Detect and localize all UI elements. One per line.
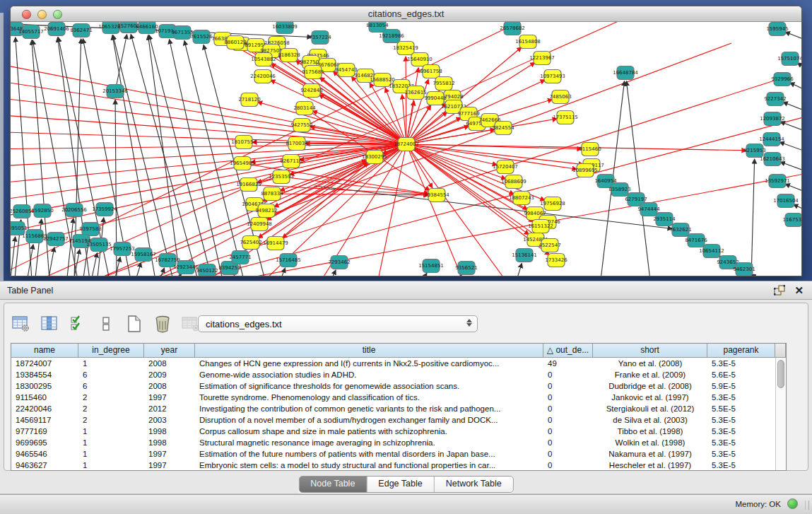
column-header-title[interactable]: title	[195, 344, 543, 358]
column-header-in-degree[interactable]: in_degree	[78, 344, 144, 358]
graph-node[interactable]: 12444154	[759, 133, 784, 146]
table-row[interactable]: 977716911998Corpus callosum shape and si…	[11, 426, 786, 437]
graph-node[interactable]: 16648784	[613, 66, 638, 80]
column-header-short[interactable]: short	[593, 344, 707, 358]
graph-node[interactable]: 8860123	[224, 36, 246, 49]
graph-node[interactable]: 9462301	[733, 263, 755, 276]
table-settings-icon[interactable]	[11, 315, 30, 334]
graph-node[interactable]: 10973493	[540, 70, 565, 83]
graph-node[interactable]: 9175685	[302, 66, 324, 79]
graph-node[interactable]: 9397588	[79, 223, 101, 236]
graph-node[interactable]: 8878334	[261, 187, 283, 201]
table-row[interactable]: 911546021997Tourette syndrome. Phenomeno…	[11, 392, 786, 403]
graph-node[interactable]: 15720407	[493, 160, 518, 174]
tab-network-table[interactable]: Network Table	[435, 477, 513, 492]
graph-node[interactable]: 1167533	[782, 214, 801, 227]
graph-node[interactable]: 8362471	[70, 24, 92, 37]
row-height-icon[interactable]	[96, 315, 115, 334]
graph-node[interactable]: 19756928	[540, 197, 565, 211]
table-row[interactable]: 2242004622012Investigating the contribut…	[11, 403, 786, 414]
graph-node[interactable]: 16154808	[515, 35, 541, 49]
table-row[interactable]: 969969511998Structural magnetic resonanc…	[11, 437, 786, 448]
graph-node[interactable]: 9115460	[579, 143, 601, 156]
cell-short: de Silva et al. (2003)	[593, 414, 707, 426]
graph-node[interactable]: 12353593	[269, 170, 294, 184]
graph-node[interactable]: 8215953	[743, 144, 765, 158]
graph-node[interactable]: 7632621	[669, 223, 691, 237]
graph-node[interactable]: 10688609	[501, 175, 526, 189]
graph-node[interactable]: 9427552	[290, 119, 312, 132]
graph-node[interactable]: 19166825	[236, 178, 261, 192]
column-header-pagerank[interactable]: pagerank	[707, 344, 775, 358]
column-header-out-de[interactable]: △ out_de...	[543, 344, 593, 358]
graph-node[interactable]: 12213967	[529, 52, 555, 65]
table-select[interactable]: citations_edges.txt	[198, 315, 478, 332]
graph-node[interactable]: 26578682	[500, 22, 525, 35]
network-window-titlebar[interactable]: citations_edges.txt	[11, 6, 801, 22]
table-row[interactable]: 1872400712008Changes of HCN gene express…	[11, 358, 786, 369]
graph-node[interactable]: 20153346	[102, 85, 128, 98]
graph-node[interactable]: 1592850	[31, 204, 53, 218]
graph-node[interactable]: 15716485	[276, 254, 301, 267]
graph-node[interactable]: 15154851	[418, 259, 444, 273]
graph-node[interactable]: 7615526	[190, 30, 213, 44]
graph-node[interactable]: 13592971	[765, 175, 790, 188]
table-row[interactable]: 946362711997Embryonic stem cells: a mode…	[11, 460, 786, 471]
vertical-scrollbar[interactable]	[775, 358, 786, 471]
graph-node[interactable]: 9450122	[196, 264, 218, 277]
graph-node[interactable]: 17375115	[553, 111, 578, 124]
graph-node[interactable]: 8186328	[278, 49, 300, 62]
graph-node[interactable]: 16914479	[263, 237, 288, 250]
graph-node[interactable]: 1733426	[545, 254, 567, 267]
graph-node[interactable]: 2935114	[653, 213, 676, 226]
graph-node[interactable]: 9990448	[424, 92, 446, 105]
graph-node[interactable]: 9356521	[455, 262, 477, 275]
graph-node[interactable]: 8170034	[286, 137, 308, 151]
edit-columns-icon[interactable]	[68, 315, 87, 334]
graph-node[interactable]: 8267110	[280, 155, 302, 168]
new-table-icon[interactable]	[124, 315, 143, 334]
graph-node[interactable]: 16033809	[272, 22, 298, 34]
network-graph[interactable]: 9136489140557172069140683624711065328715…	[11, 22, 801, 276]
tab-node-table[interactable]: Node Table	[299, 477, 367, 492]
network-view-window[interactable]: citations_edges.txt 91364891405571720691…	[10, 6, 802, 276]
network-canvas[interactable]: 9136489140557172069140683624711065328715…	[11, 22, 801, 276]
table-row[interactable]: 1456911722003Disruption of a novel membe…	[11, 414, 786, 426]
table-row[interactable]: 1830029562008Estimation of significance …	[11, 380, 786, 392]
graph-node[interactable]: 7357224	[309, 31, 331, 45]
graph-node[interactable]: 1595945	[766, 23, 788, 36]
graph-node[interactable]: 20691406	[44, 23, 69, 36]
graph-node[interactable]: 6961758	[420, 65, 442, 78]
delete-rows-icon[interactable]	[153, 315, 172, 334]
column-header-name[interactable]: name	[11, 344, 78, 358]
graph-node[interactable]: 7955812	[433, 77, 454, 90]
tab-edge-table[interactable]: Edge Table	[367, 477, 434, 492]
graph-node[interactable]: 7293462	[328, 256, 350, 269]
scrollbar-thumb[interactable]	[777, 360, 784, 388]
graph-node[interactable]: 1362615	[404, 86, 426, 100]
table-row[interactable]: 946554611997Estimation of the future num…	[11, 448, 786, 460]
graph-node[interactable]: 2803144	[293, 102, 316, 115]
table-row[interactable]: 1938455462009Genome-wide association stu…	[11, 369, 786, 380]
graph-node[interactable]: 9227342	[764, 93, 786, 106]
graph-node[interactable]: 2718120	[238, 93, 260, 107]
graph-node[interactable]: 4522547	[539, 239, 560, 252]
graph-node[interactable]: 9498212	[255, 204, 277, 218]
float-panel-icon[interactable]	[774, 285, 786, 297]
graph-node[interactable]: 3824554	[492, 122, 514, 135]
graph-node[interactable]: 15751074	[777, 52, 801, 66]
column-header-year[interactable]: year	[144, 344, 195, 358]
delete-table-icon[interactable]	[181, 315, 200, 334]
graph-node[interactable]: 9242848	[300, 84, 322, 98]
graph-node[interactable]: 8358923	[608, 183, 630, 197]
graph-node[interactable]: 2457771	[229, 251, 251, 264]
graph-node[interactable]: 9329966	[771, 73, 794, 86]
graph-node[interactable]: 7485063	[549, 90, 571, 104]
memory-indicator[interactable]	[787, 498, 798, 509]
show-column-icon[interactable]	[40, 315, 59, 334]
graph-node[interactable]: 18107554	[231, 136, 257, 149]
graph-node[interactable]: 7625402	[240, 236, 261, 250]
close-panel-icon[interactable]: ✕	[794, 284, 804, 297]
graph-edge	[272, 194, 428, 195]
graph-node[interactable]: 15136141	[512, 249, 537, 262]
